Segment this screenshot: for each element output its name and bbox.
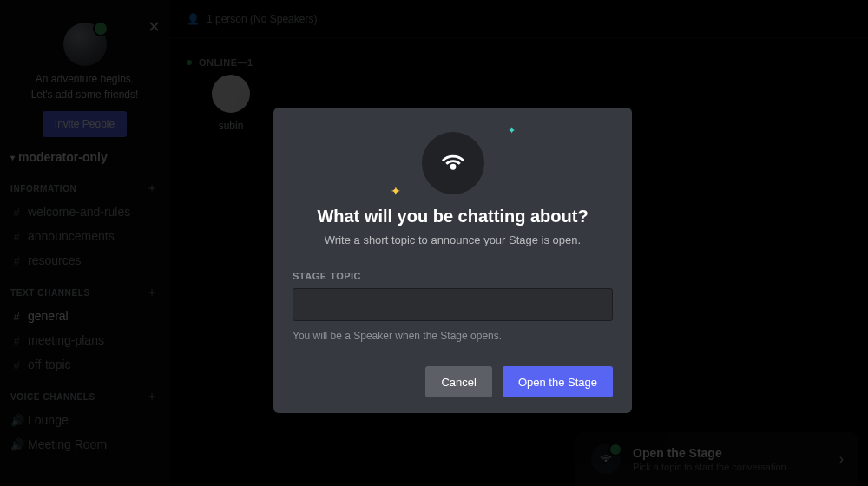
sparkle-icon: ✦ [508, 125, 516, 136]
cancel-button[interactable]: Cancel [425, 366, 491, 397]
stage-icon [422, 132, 484, 194]
modal-title: What will you be chatting about? [293, 207, 613, 227]
modal-actions: Cancel Open the Stage [293, 366, 613, 397]
stage-topic-label: STAGE TOPIC [293, 271, 613, 281]
modal-subtitle: Write a short topic to announce your Sta… [293, 233, 613, 246]
svg-point-1 [450, 164, 456, 170]
stage-topic-modal: ✦ ✦ What will you be chatting about? Wri… [273, 108, 632, 413]
stage-topic-hint: You will be a Speaker when the Stage ope… [293, 330, 613, 342]
stage-topic-input[interactable] [293, 288, 613, 321]
open-the-stage-button[interactable]: Open the Stage [503, 366, 613, 397]
sparkle-icon: ✦ [391, 184, 401, 198]
